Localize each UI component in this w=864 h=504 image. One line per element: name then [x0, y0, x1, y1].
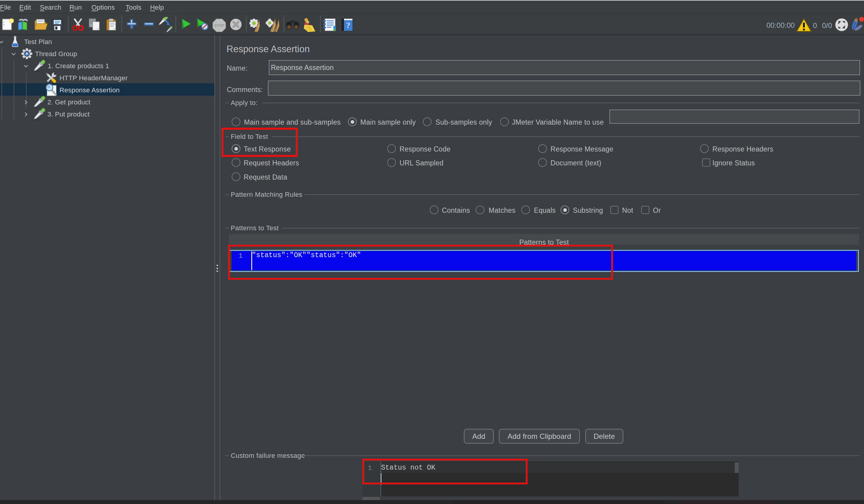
svg-text:STOP: STOP — [214, 24, 224, 28]
svg-text:?: ? — [346, 21, 350, 30]
